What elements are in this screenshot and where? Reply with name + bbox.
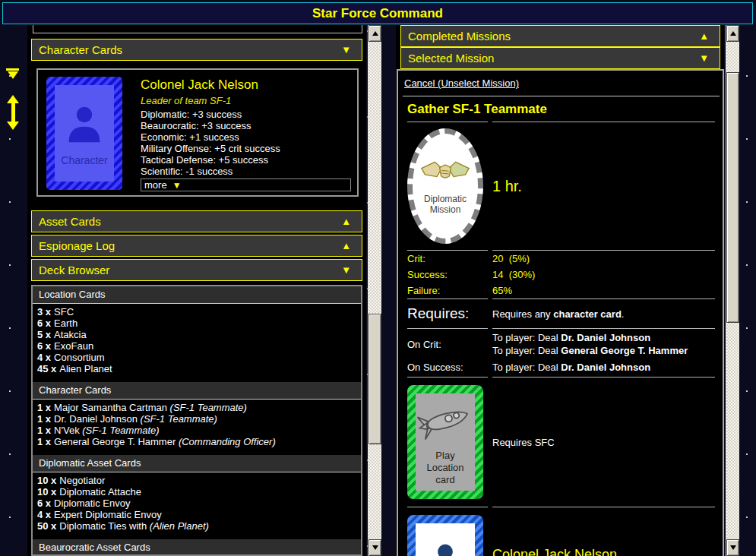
right-scrollbar-thumb[interactable] [726, 72, 739, 323]
deck-list-item[interactable]: 50 xDiplomatic Ties with (Alien Planet) [37, 520, 361, 532]
card-name: Diplomatic Attache [56, 486, 141, 498]
mission-character-card[interactable]: Character [407, 515, 483, 556]
stat-row-success: Success: 14 (30%) [407, 267, 715, 283]
deck-list-item[interactable]: 1 xDr. Daniel Johnson (SF-1 Teammate) [37, 413, 361, 425]
mission-badge-cell: Diplomatic Mission [407, 122, 488, 250]
arrow-down-icon [730, 545, 736, 550]
character-subtitle: Leader of team SF-1 [141, 95, 353, 106]
character-stat: Tactical Defense: +5 success [141, 154, 353, 166]
card-back-label: Character [61, 154, 107, 166]
deck-list-item[interactable]: 1 xN'Vek (SF-1 Teammate) [37, 425, 361, 436]
stat-value: 65% [492, 283, 715, 299]
requires-text: Requires any character card. [492, 299, 715, 328]
deck-list-item[interactable]: 3 xSFC [37, 306, 361, 317]
effect-line: To player: Deal General George T. Hammer [492, 344, 715, 357]
right-scroll-down-button[interactable] [726, 539, 739, 556]
on-success-effects: To player: Deal Dr. Daniel Johnson [492, 359, 715, 377]
scroll-to-top-icon-bar [6, 68, 19, 71]
section-header-selected-mission[interactable]: Selected Mission ▼ [400, 47, 720, 69]
deck-list-item[interactable]: 10 xDiplomatic Attache [37, 486, 361, 498]
deck-list-item[interactable]: 4 xExpert Diplomatic Envoy [37, 509, 361, 520]
diplomatic-mission-badge: Diplomatic Mission [407, 128, 483, 244]
left-panel: Character Cards ▼ Character Colonel Jack… [27, 25, 366, 556]
deck-list-item[interactable]: 10 xNegotiator [37, 475, 361, 486]
effect-line: To player: Deal Dr. Daniel Johnson [492, 361, 715, 374]
character-stat: Beaurocratic: +3 success [141, 120, 353, 131]
character-card-row: Character Colonel Jack Nelson [407, 507, 715, 556]
deck-group-beaurocratic-asset-cards: Beaurocratic Asset Cards 9 xOffice Assis… [33, 539, 361, 556]
mission-duration: 1 hr. [492, 122, 715, 250]
left-scroll-down-button[interactable] [369, 539, 381, 556]
deck-list-item[interactable]: 45 xAlien Planet [37, 363, 361, 374]
card-count: 1 x [37, 402, 51, 413]
right-panel: Completed Missions ▲ Selected Mission ▼ … [396, 25, 724, 556]
stat-label: Failure: [407, 283, 488, 299]
right-scrollbar[interactable] [726, 25, 739, 556]
mission-character-name: Colonel Jack Nelson [492, 507, 715, 556]
vertical-resize-icon[interactable] [7, 95, 19, 131]
deck-list-item[interactable]: 1 xMajor Samantha Cartman (SF-1 Teammate… [37, 402, 361, 413]
mission-character-card-face: Character [416, 523, 475, 556]
cancel-unselect-mission-link[interactable]: Cancel (Unselect Mission) [404, 77, 519, 89]
location-card-text-line: Location [426, 462, 463, 474]
card-count: 6 x [37, 317, 51, 329]
card-count: 6 x [37, 498, 51, 509]
section-header-completed-missions[interactable]: Completed Missions ▲ [400, 25, 720, 47]
chevron-expanded-icon: ▼ [341, 44, 351, 55]
section-label: Asset Cards [39, 215, 101, 228]
section-label: Espionage Log [39, 239, 115, 252]
card-count: 10 x [37, 486, 56, 498]
character-info: Colonel Jack Nelson Leader of team SF-1 … [141, 77, 353, 191]
effect-line: To player: Deal Dr. Daniel Johnson [492, 331, 715, 344]
deck-list-item[interactable]: 6 xEarth [37, 317, 361, 329]
deck-list-item[interactable]: 6 xDiplomatic Envoy [37, 498, 361, 509]
section-label: Selected Mission [408, 52, 494, 65]
deck-list-item[interactable]: 6 xExoFaun [37, 340, 361, 352]
deck-browser-panel: Location Cards 3 xSFC 6 xEarth 5 xAtakci… [31, 285, 362, 556]
cancel-row: Cancel (Unselect Mission) [403, 74, 720, 96]
section-label: Character Cards [39, 43, 122, 56]
card-note: (SF-1 Teammate) [82, 425, 159, 436]
app-title: Star Force Command [312, 6, 443, 21]
section-header-asset-cards[interactable]: Asset Cards ▲ [31, 210, 362, 232]
character-card-back[interactable]: Character [46, 77, 122, 190]
chevron-down-icon: ▼ [172, 180, 182, 191]
play-location-card[interactable]: Play Location card [407, 385, 483, 499]
character-name: Colonel Jack Nelson [141, 77, 353, 93]
card-name: Expert Diplomatic Envoy [51, 509, 162, 520]
section-header-deck-browser[interactable]: Deck Browser ▼ [31, 259, 362, 281]
deck-list-item[interactable]: 5 xAtakcia [37, 329, 361, 340]
card-count: 5 x [37, 329, 51, 340]
left-scroll-up-button[interactable] [369, 25, 381, 42]
handshake-icon [420, 157, 470, 189]
section-header-character-cards[interactable]: Character Cards ▼ [31, 39, 362, 61]
card-count: 1 x [37, 436, 51, 447]
scroll-to-top-icon[interactable] [6, 68, 19, 80]
chevron-collapsed-icon: ▲ [699, 30, 709, 42]
on-crit-label: On Crit: [407, 328, 488, 359]
on-crit-row: On Crit: To player: Deal Dr. Daniel John… [407, 328, 715, 359]
deck-list-item[interactable]: 1 xGeneral George T. Hammer (Commanding … [37, 436, 361, 447]
deck-list-item[interactable]: 4 xConsortium [37, 352, 361, 363]
card-count: 10 x [37, 475, 56, 486]
stat-value: 14 (30%) [492, 267, 715, 283]
character-card-back-face: Character [55, 85, 114, 182]
more-button[interactable]: more ▼ [141, 178, 351, 191]
left-scrollbar-thumb[interactable] [369, 314, 381, 444]
more-button-label: more [144, 179, 167, 191]
left-scrollbar-track[interactable] [369, 42, 381, 539]
character-card-panel: Character Colonel Jack Nelson Leader of … [36, 68, 359, 197]
deck-group-title: Location Cards [33, 286, 361, 304]
left-scrollbar[interactable] [368, 25, 381, 556]
requires-text-prefix: Requires any [492, 308, 553, 320]
card-note: (Alien Planet) [150, 520, 209, 532]
card-name: Diplomatic Envoy [51, 498, 130, 509]
section-header-espionage-log[interactable]: Espionage Log ▲ [31, 235, 362, 257]
right-scroll-up-button[interactable] [726, 25, 739, 42]
stat-label: Success: [407, 267, 488, 283]
section-label: Deck Browser [39, 264, 109, 276]
badge-type-line: Mission [430, 204, 461, 215]
effect-card-name: General George T. Hammer [561, 345, 688, 356]
effect-prefix: To player: Deal [492, 345, 561, 356]
deck-group-list: 3 xSFC 6 xEarth 5 xAtakcia 6 xExoFaun 4 … [33, 304, 361, 376]
